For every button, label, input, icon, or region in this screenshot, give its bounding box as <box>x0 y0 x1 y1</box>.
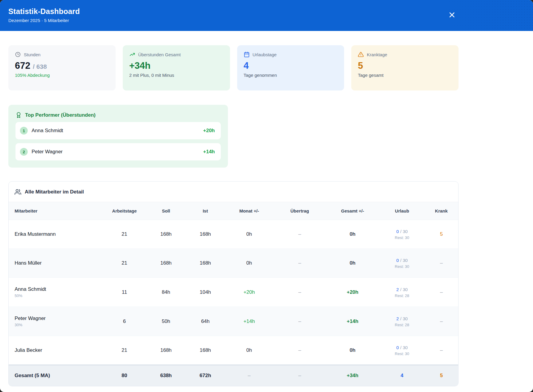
table-row: Anna Schmidt 50% 11 84h 104h +20h – +20h… <box>9 278 458 307</box>
cell-urlaub: 0 / 30 Rest: 30 <box>380 336 425 365</box>
card-ueberstunden-label: Überstunden Gesamt <box>138 52 181 57</box>
card-urlaubstage: Urlaubstage 4 Tage genommen <box>237 45 344 90</box>
col-mitarbeiter: Mitarbeiter <box>9 202 103 220</box>
performer-name: Peter Wagner <box>32 149 63 155</box>
card-urlaubstage-sub: Tage genommen <box>244 73 338 78</box>
cell-monat: +14h <box>224 307 274 336</box>
col-arbeitstage: Arbeitstage <box>103 202 146 220</box>
employee-table-card: Alle Mitarbeiter im Detail Mitarbeiter A… <box>8 181 459 386</box>
employee-name: Erika Mustermann <box>15 231 101 237</box>
employee-sub: 30% <box>15 323 101 327</box>
page-title: Statistik-Dashboard <box>8 7 525 16</box>
modal-header: Statistik-Dashboard Dezember 2025 · 5 Mi… <box>0 0 533 31</box>
performer-value: +20h <box>203 128 215 134</box>
footer-arbeitstage: 80 <box>103 365 146 386</box>
card-kranktage-label: Kranktage <box>367 52 387 57</box>
close-button[interactable] <box>448 11 456 19</box>
cell-soll: 84h <box>146 278 186 307</box>
card-kranktage: Kranktage 5 Tage gesamt <box>351 45 459 90</box>
rank-badge: 2 <box>20 148 28 156</box>
card-ueberstunden-sub: 2 mit Plus, 0 mit Minus <box>129 73 223 78</box>
card-stunden-total: / 638 <box>33 63 47 70</box>
cell-krank: 5 <box>425 220 458 249</box>
employee-name: Anna Schmidt <box>15 286 101 292</box>
cell-arbeitstage: 6 <box>103 307 146 336</box>
table-title: Alle Mitarbeiter im Detail <box>25 189 84 195</box>
cell-gesamt: 0h <box>326 249 380 278</box>
col-urlaub: Urlaub <box>380 202 425 220</box>
top-performer-row-1: 1 Anna Schmidt +20h <box>15 122 221 139</box>
clock-icon <box>15 51 21 57</box>
cell-krank: – <box>425 278 458 307</box>
footer-urlaub: 4 <box>380 365 425 386</box>
top-performer-row-2: 2 Peter Wagner +14h <box>15 143 221 160</box>
modal-content: Stunden 672 / 638 105% Abdeckung Überstu… <box>0 31 467 386</box>
cell-urlaub: 0 / 30 Rest: 30 <box>380 220 425 249</box>
card-stunden-label: Stunden <box>24 52 41 57</box>
card-urlaubstage-label: Urlaubstage <box>253 52 277 57</box>
footer-soll: 638h <box>146 365 186 386</box>
rank-badge: 1 <box>20 127 28 135</box>
employee-table: Mitarbeiter Arbeitstage Soll Ist Monat +… <box>9 202 458 386</box>
cell-monat: 0h <box>224 249 274 278</box>
table-row: Peter Wagner 30% 6 50h 64h +14h – +14h 2… <box>9 307 458 336</box>
close-icon <box>448 11 456 19</box>
cell-urlaub: 0 / 30 Rest: 30 <box>380 249 425 278</box>
stat-cards: Stunden 672 / 638 105% Abdeckung Überstu… <box>8 45 459 90</box>
statistics-dashboard-modal: Statistik-Dashboard Dezember 2025 · 5 Mi… <box>0 0 533 392</box>
cell-uebertrag: – <box>274 336 326 365</box>
cell-monat: +20h <box>224 278 274 307</box>
table-footer-row: Gesamt (5 MA) 80 638h 672h – – +34h 4 5 <box>9 365 458 386</box>
cell-arbeitstage: 21 <box>103 220 146 249</box>
award-icon <box>15 112 22 118</box>
cell-uebertrag: – <box>274 249 326 278</box>
cell-ist: 104h <box>186 278 224 307</box>
cell-krank: – <box>425 249 458 278</box>
card-ueberstunden-value: +34h <box>129 61 223 71</box>
cell-uebertrag: – <box>274 220 326 249</box>
table-row: Hans Müller 21 168h 168h 0h – 0h 0 / 30 … <box>9 249 458 278</box>
cell-ist: 64h <box>186 307 224 336</box>
cell-ist: 168h <box>186 336 224 365</box>
card-kranktage-sub: Tage gesamt <box>358 73 452 78</box>
footer-krank: 5 <box>425 365 458 386</box>
cell-soll: 168h <box>146 220 186 249</box>
table-row: Julia Becker 21 168h 168h 0h – 0h 0 / 30… <box>9 336 458 365</box>
cell-ist: 168h <box>186 220 224 249</box>
cell-uebertrag: – <box>274 307 326 336</box>
top-performer-title: Top Performer (Überstunden) <box>25 112 96 118</box>
cell-ist: 168h <box>186 249 224 278</box>
cell-gesamt: 0h <box>326 220 380 249</box>
footer-monat: – <box>224 365 274 386</box>
performer-name: Anna Schmidt <box>32 128 63 134</box>
card-stunden-value: 672 / 638 <box>15 61 109 71</box>
footer-ist: 672h <box>186 365 224 386</box>
card-stunden-sub: 105% Abdeckung <box>15 73 109 78</box>
cell-arbeitstage: 21 <box>103 336 146 365</box>
employee-name: Hans Müller <box>15 260 101 266</box>
page-subtitle: Dezember 2025 · 5 Mitarbeiter <box>8 18 525 23</box>
card-ueberstunden: Überstunden Gesamt +34h 2 mit Plus, 0 mi… <box>123 45 230 90</box>
cell-soll: 50h <box>146 307 186 336</box>
cell-urlaub: 2 / 30 Rest: 28 <box>380 278 425 307</box>
cell-uebertrag: – <box>274 278 326 307</box>
employee-name: Julia Becker <box>15 347 101 353</box>
employee-sub: 50% <box>15 293 101 298</box>
cell-soll: 168h <box>146 336 186 365</box>
cell-gesamt: +14h <box>326 307 380 336</box>
cell-krank: – <box>425 307 458 336</box>
performer-value: +14h <box>203 149 215 155</box>
cell-urlaub: 2 / 30 Rest: 28 <box>380 307 425 336</box>
footer-label: Gesamt (5 MA) <box>9 365 103 386</box>
top-performer-panel: Top Performer (Überstunden) 1 Anna Schmi… <box>8 105 228 168</box>
trending-up-icon <box>129 51 135 57</box>
col-krank: Krank <box>425 202 458 220</box>
cell-monat: 0h <box>224 336 274 365</box>
users-icon <box>15 189 21 195</box>
col-soll: Soll <box>146 202 186 220</box>
table-header-row: Mitarbeiter Arbeitstage Soll Ist Monat +… <box>9 202 458 220</box>
col-ist: Ist <box>186 202 224 220</box>
table-row: Erika Mustermann 21 168h 168h 0h – 0h 0 … <box>9 220 458 249</box>
col-uebertrag: Übertrag <box>274 202 326 220</box>
alert-triangle-icon <box>358 51 364 57</box>
